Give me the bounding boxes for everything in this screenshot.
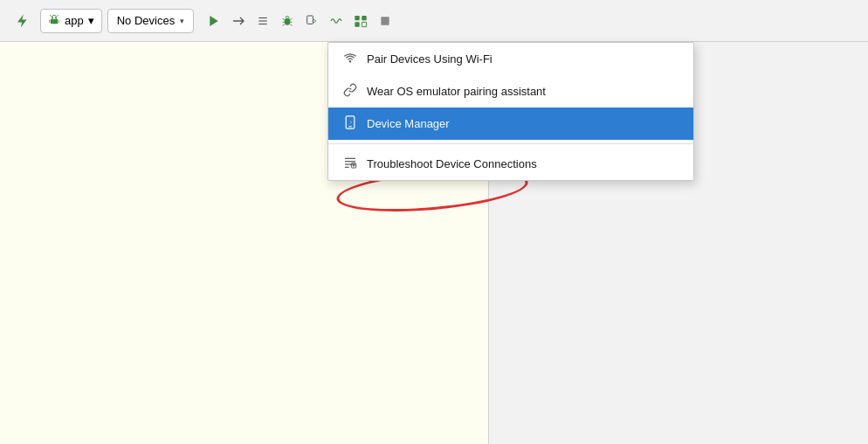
- svg-rect-18: [355, 16, 360, 20]
- stop-run-button[interactable]: [374, 10, 396, 32]
- wifi-icon: [342, 51, 358, 67]
- menu-item-device-manager[interactable]: Device Manager: [328, 108, 693, 140]
- svg-line-2: [50, 15, 51, 16]
- menu-item-wear-os[interactable]: Wear OS emulator pairing assistant: [328, 75, 693, 108]
- svg-line-12: [291, 18, 293, 19]
- app-label: app: [65, 14, 84, 27]
- no-devices-dropdown-menu: Pair Devices Using Wi-Fi Wear OS emulato…: [327, 42, 694, 181]
- svg-rect-17: [307, 16, 313, 24]
- svg-point-10: [285, 17, 291, 24]
- link-icon: [342, 83, 358, 100]
- svg-line-11: [283, 18, 285, 19]
- toolbar: app ▾ No Devices ▾: [0, 0, 868, 42]
- menu-item-pair-wifi-label: Pair Devices Using Wi-Fi: [367, 52, 493, 66]
- svg-marker-6: [210, 16, 218, 26]
- menu-item-pair-wifi[interactable]: Pair Devices Using Wi-Fi: [328, 43, 693, 75]
- menu-divider: [328, 143, 693, 144]
- menu-item-troubleshoot-label: Troubleshoot Device Connections: [367, 157, 537, 170]
- svg-point-23: [349, 61, 350, 62]
- menu-item-device-manager-label: Device Manager: [367, 117, 450, 130]
- svg-line-16: [291, 24, 293, 25]
- profile-button[interactable]: [227, 10, 250, 32]
- profiler-button[interactable]: [325, 10, 348, 32]
- run-button[interactable]: [203, 10, 225, 32]
- app-dropdown-arrow: ▾: [88, 14, 94, 27]
- stop-button[interactable]: [251, 10, 274, 32]
- app-module-dropdown[interactable]: app ▾: [40, 9, 102, 33]
- phone-icon: [342, 115, 358, 132]
- toolbar-action-icons: [203, 10, 396, 32]
- svg-line-3: [58, 15, 59, 16]
- no-devices-dropdown[interactable]: No Devices ▾: [107, 9, 194, 33]
- menu-item-troubleshoot[interactable]: Troubleshoot Device Connections: [328, 148, 693, 180]
- no-devices-label: No Devices: [117, 14, 175, 27]
- svg-rect-20: [355, 22, 360, 26]
- build-variants-button[interactable]: [349, 10, 372, 32]
- svg-rect-19: [362, 16, 367, 20]
- svg-rect-22: [382, 17, 389, 24]
- attach-debugger-button[interactable]: [300, 10, 323, 32]
- menu-item-wear-os-label: Wear OS emulator pairing assistant: [367, 85, 546, 98]
- svg-line-15: [283, 24, 285, 25]
- svg-rect-21: [362, 22, 367, 26]
- make-project-button[interactable]: [10, 9, 35, 33]
- troubleshoot-icon: [342, 156, 358, 172]
- debug-button[interactable]: [276, 10, 299, 32]
- android-icon: [48, 13, 60, 28]
- no-devices-chevron: ▾: [180, 17, 184, 25]
